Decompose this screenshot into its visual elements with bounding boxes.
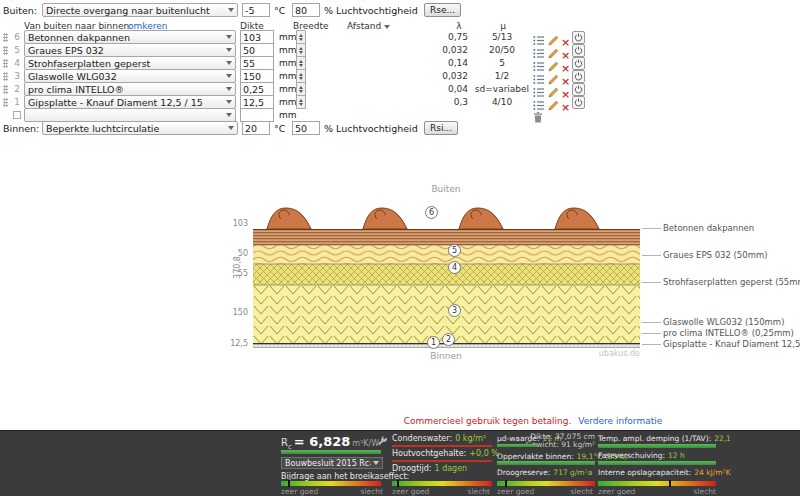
outside-condition-select[interactable]: Directe overgang naar buitenlucht: [42, 3, 238, 17]
thickness-input[interactable]: [240, 69, 274, 83]
material-select[interactable]: Glaswolle WLG032: [24, 69, 236, 83]
details-list-icon[interactable]: [533, 57, 546, 69]
dim-12-5: 12,5: [218, 339, 248, 348]
empty-row-checkbox[interactable]: [13, 111, 21, 119]
thickness-input[interactable]: [240, 56, 274, 70]
notice-text: Commercieel gebruik tegen betaling.: [404, 416, 572, 426]
chevron-down-icon: [226, 87, 232, 91]
dim-total: 370,8: [233, 250, 242, 286]
chevron-down-icon: [226, 100, 232, 104]
fase-stat: Faseverschuiving:12 h: [598, 451, 685, 460]
chevron-down-icon: [228, 126, 234, 130]
notice-link[interactable]: Verdere informatie: [578, 416, 662, 426]
rse-button[interactable]: Rse...: [424, 3, 461, 17]
layer-marker-5[interactable]: 5: [448, 244, 461, 257]
layer-label-betonnen: Betonnen dakpannen: [663, 223, 754, 233]
width-stepper[interactable]: [296, 69, 306, 83]
thickness-input[interactable]: [240, 95, 274, 109]
width-stepper[interactable]: [296, 82, 306, 96]
surface-column: μd-waarde:11 m Dikte: 37,075 cm Gewicht:…: [497, 431, 595, 496]
material-select[interactable]: Gipsplatte - Knauf Diament 12,5 / 15: [24, 95, 236, 109]
mm-unit: mm: [279, 32, 297, 42]
outside-temperature-input[interactable]: [242, 3, 270, 17]
layer-marker-2[interactable]: 2: [442, 333, 455, 346]
lambda-value: 0,032: [420, 45, 468, 55]
layer-row: 3 Glaswolle WLG032 mm 0,032 1/2: [0, 69, 800, 83]
width-stepper[interactable]: [296, 43, 306, 57]
width-stepper[interactable]: [296, 56, 306, 70]
inside-condition-select[interactable]: Beperkte luchtcirculatie: [42, 121, 238, 135]
thickness-input[interactable]: [240, 43, 274, 57]
inside-temperature-input[interactable]: [242, 121, 270, 135]
storage-stat: Interne opslagcapaciteit:24 kJ/m²K: [598, 468, 731, 477]
layer-marker-4[interactable]: 4: [448, 261, 461, 274]
layer-marker-6[interactable]: 6: [425, 206, 438, 219]
edit-pencil-icon[interactable]: [548, 70, 561, 82]
new-material-select[interactable]: [24, 108, 236, 122]
outside-humidity-input[interactable]: [292, 3, 320, 17]
layer-label-glaswolle: Glaswolle WLG032 (150mm): [663, 317, 784, 327]
edit-pencil-icon[interactable]: [548, 44, 561, 56]
drag-handle-icon[interactable]: [3, 46, 8, 55]
leader-line: [642, 333, 661, 334]
diagram-outside-label: Buiten: [396, 184, 496, 194]
leader-line: [642, 344, 661, 345]
details-list-icon[interactable]: [533, 70, 546, 82]
drag-handle-icon[interactable]: [3, 98, 8, 107]
greenhouse-scale: [281, 481, 381, 486]
edit-pencil-icon[interactable]: [548, 96, 561, 108]
mu-value: 20/50: [472, 45, 532, 55]
dim-150: 150: [218, 308, 248, 317]
width-stepper[interactable]: [296, 95, 306, 109]
rsi-button[interactable]: Rsi...: [424, 121, 458, 135]
scale-bad-label: slecht: [694, 487, 716, 496]
mu-value: 4/10: [472, 97, 532, 107]
leader-line: [642, 282, 661, 283]
scale-good-label: zeer goed: [598, 487, 635, 496]
layer-row: 5 Graues EPS 032 mm 0,032 20/50: [0, 43, 800, 57]
layer-label-eps: Graues EPS 032 (50mm): [663, 250, 768, 260]
material-select[interactable]: Graues EPS 032: [24, 43, 236, 57]
trash-icon[interactable]: [533, 108, 546, 120]
drag-handle-icon[interactable]: [3, 85, 8, 94]
material-name: Graues EPS 032: [28, 45, 224, 56]
drag-handle-icon[interactable]: [3, 33, 8, 42]
new-thickness-input[interactable]: [240, 108, 274, 122]
layer-label-intello: pro clima INTELLO® (0,25mm): [663, 328, 794, 338]
material-name: pro clima INTELLO®: [28, 84, 224, 95]
thickness-input[interactable]: [240, 82, 274, 96]
moisture-column: Condenswater:0 kg/m² Houtvochtgehalte:+0…: [392, 431, 492, 496]
details-list-icon[interactable]: [533, 83, 546, 95]
drag-handle-icon[interactable]: [3, 72, 8, 81]
layer-label-gips: Gipsplatte - Knauf Diament 12,5 / 15 (12…: [663, 339, 800, 349]
material-select[interactable]: pro clima INTELLO®: [24, 82, 236, 96]
details-list-icon[interactable]: [533, 96, 546, 108]
construction-cross-section[interactable]: 6 5 4 3 2 1: [253, 205, 640, 348]
details-list-icon[interactable]: [533, 44, 546, 56]
diagram-inside-label: Binnen: [396, 351, 496, 361]
inside-humidity-input[interactable]: [292, 121, 320, 135]
edit-pencil-icon[interactable]: [548, 57, 561, 69]
layer-marker-1[interactable]: 1: [427, 336, 440, 349]
watermark: ubakus.de: [558, 349, 640, 358]
mm-unit: mm: [279, 97, 297, 107]
mu-value: 5: [472, 58, 532, 68]
width-stepper[interactable]: [296, 30, 306, 44]
layer-marker-3[interactable]: 3: [448, 304, 461, 317]
bouwbesluit-select[interactable]: Bouwbesluit 2015 Rc=4,5: [281, 457, 383, 469]
thickness-input[interactable]: [240, 30, 274, 44]
fase-score-bar: [598, 461, 716, 465]
mm-unit: mm: [279, 58, 297, 68]
rc-column: Rc= 6,828m²K/W Bouwbesluit 2015 Rc=4,5 B…: [281, 431, 385, 496]
drag-handle-icon[interactable]: [3, 59, 8, 68]
material-select[interactable]: Betonnen dakpannen: [24, 30, 236, 44]
material-select[interactable]: Strohfaserplatten geperst: [24, 56, 236, 70]
layer-number: 4: [10, 58, 20, 68]
edit-pencil-icon[interactable]: [548, 31, 561, 43]
condenswater-stat: Condenswater:0 kg/m²: [392, 434, 486, 443]
details-list-icon[interactable]: [533, 31, 546, 43]
layer-label-stroh: Strohfaserplatten geperst (55mm): [663, 277, 800, 287]
leader-line: [642, 322, 661, 323]
layer-number: 6: [10, 32, 20, 42]
edit-pencil-icon[interactable]: [548, 83, 561, 95]
